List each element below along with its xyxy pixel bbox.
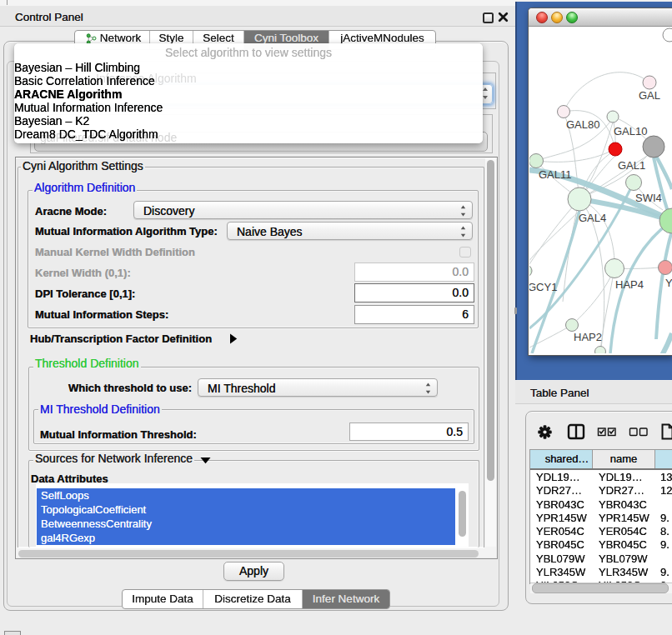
svg-text:Y: Y	[665, 277, 672, 289]
svg-text:GCY1: GCY1	[529, 281, 557, 293]
svg-text:GAL80: GAL80	[566, 118, 599, 131]
svg-text:GAL4: GAL4	[579, 212, 606, 224]
svg-text:GAL: GAL	[639, 89, 660, 102]
svg-text:GAL11: GAL11	[539, 168, 572, 181]
svg-text:HAP2: HAP2	[574, 331, 602, 343]
svg-text:HAP4: HAP4	[615, 278, 644, 291]
svg-text:GAL1: GAL1	[618, 159, 645, 172]
svg-text:GAL10: GAL10	[614, 125, 647, 138]
svg-text:SWI4: SWI4	[635, 192, 662, 204]
